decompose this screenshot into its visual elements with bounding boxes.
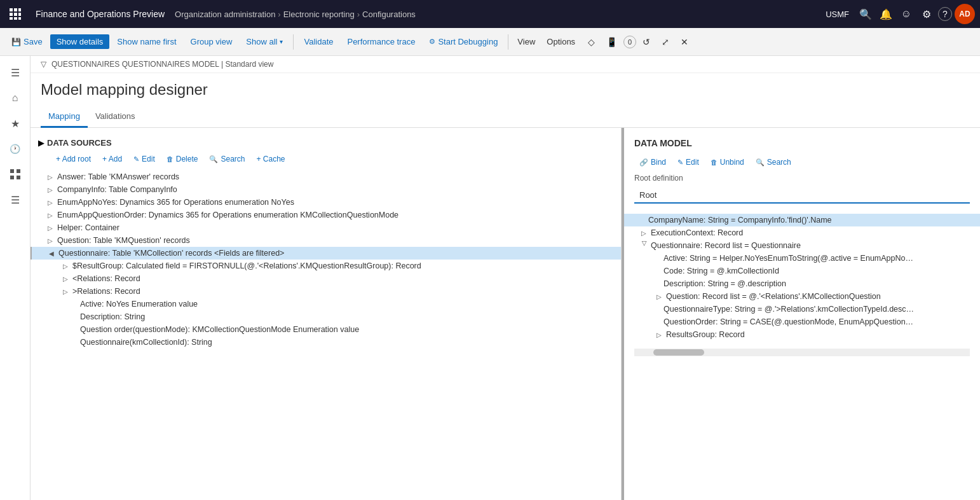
expand-icon[interactable]: ▷: [61, 274, 70, 283]
scrollbar-thumb[interactable]: [653, 349, 704, 356]
tree-item[interactable]: Questionnaire(kmCollectionId): String: [31, 336, 621, 349]
edit-button[interactable]: ✎ Edit: [128, 153, 160, 165]
expand-icon[interactable]: ◀: [47, 249, 56, 258]
expand-icon[interactable]: ▷: [46, 223, 55, 232]
expand-icon[interactable]: ▷: [639, 228, 648, 237]
feedback-icon[interactable]: ☺: [897, 5, 915, 23]
options-button[interactable]: Options: [541, 34, 580, 49]
model-tree-item[interactable]: CompanyName: String = CompanyInfo.'find(…: [624, 214, 980, 226]
show-all-button[interactable]: Show all ▾: [240, 34, 289, 49]
apps-button[interactable]: [5, 4, 25, 24]
breadcrumb-er[interactable]: Electronic reporting: [283, 10, 355, 19]
svg-rect-5: [18, 13, 21, 16]
model-tree-item[interactable]: Active: String = Helper.NoYesEnumToStrin…: [624, 252, 980, 265]
new-window-icon[interactable]: ⤢: [657, 34, 674, 50]
expand-icon[interactable]: ▷: [61, 261, 70, 270]
sidebar-modules[interactable]: [4, 163, 27, 186]
expand-icon[interactable]: ▷: [46, 236, 55, 245]
show-name-first-button[interactable]: Show name first: [111, 34, 182, 49]
sidebar-home[interactable]: ⌂: [4, 87, 27, 109]
tab-mapping[interactable]: Mapping: [41, 106, 88, 128]
delete-button[interactable]: 🗑 Delete: [161, 153, 203, 165]
unbind-button[interactable]: 🗑 Unbind: [705, 156, 749, 169]
model-tree-item[interactable]: Code: String = @.kmCollectionId: [624, 265, 980, 277]
user-avatar[interactable]: AD: [955, 4, 975, 24]
view-button[interactable]: View: [512, 34, 540, 49]
help-icon[interactable]: ?: [938, 7, 952, 21]
tree-item[interactable]: ▷ $ResultGroup: Calculated field = FIRST…: [31, 260, 621, 272]
tree-item[interactable]: ▷ >Relations: Record: [31, 285, 621, 298]
svg-rect-3: [10, 13, 13, 16]
tree-item[interactable]: ▷ Helper: Container: [31, 221, 621, 234]
model-tree-item[interactable]: QuestionOrder: String = CASE(@.questionM…: [624, 316, 980, 328]
expand-icon[interactable]: ▷: [639, 241, 648, 250]
top-nav: Finance and Operations Preview Organizat…: [0, 0, 980, 28]
tree-item[interactable]: ▷ EnumAppQuestionOrder: Dynamics 365 for…: [31, 209, 621, 221]
data-model-tree: CompanyName: String = CompanyInfo.'find(…: [624, 211, 980, 344]
breadcrumb-conf[interactable]: Configurations: [362, 10, 416, 19]
validate-button[interactable]: Validate: [297, 34, 339, 49]
search-model-icon: 🔍: [756, 158, 765, 167]
add-button[interactable]: + Add: [97, 153, 127, 165]
tree-item[interactable]: ▷ Question: Table 'KMQuestion' records: [31, 234, 621, 247]
model-tree-item[interactable]: ▷ Questionnaire: Record list = Questionn…: [624, 239, 980, 252]
tree-item[interactable]: ▷ EnumAppNoYes: Dynamics 365 for Operati…: [31, 196, 621, 209]
tree-item[interactable]: Question order(questionMode): KMCollecti…: [31, 323, 621, 336]
root-definition-input[interactable]: [634, 188, 970, 204]
bind-button[interactable]: 🔗 Bind: [634, 156, 671, 169]
expand-icon[interactable]: ▷: [46, 211, 55, 219]
start-debugging-button[interactable]: ⚙ Start Debugging: [423, 34, 504, 49]
sidebar-hamburger[interactable]: ☰: [4, 61, 27, 84]
tree-item[interactable]: ▷ Answer: Table 'KMAnswer' records: [31, 170, 621, 183]
tab-validations[interactable]: Validations: [88, 106, 143, 128]
performance-trace-button[interactable]: Performance trace: [341, 34, 421, 49]
tree-item[interactable]: Description: String: [31, 310, 621, 323]
model-tree-item[interactable]: QuestionnaireType: String = @.'>Relation…: [624, 303, 980, 316]
bell-icon[interactable]: 🔔: [877, 5, 895, 23]
add-root-button[interactable]: + Add root: [51, 153, 96, 165]
data-model-actions: 🔗 Bind ✎ Edit 🗑 Unbind 🔍 Search: [624, 153, 980, 171]
refresh-icon[interactable]: ↺: [637, 34, 655, 50]
expand-icon[interactable]: ▷: [46, 198, 55, 207]
sidebar-recent[interactable]: 🕐: [4, 137, 27, 160]
edit-model-button[interactable]: ✎ Edit: [672, 156, 704, 169]
model-tree-item[interactable]: Description: String = @.description: [624, 277, 980, 290]
sidebar-list[interactable]: ☰: [4, 188, 27, 211]
diamond-icon[interactable]: ◇: [583, 34, 600, 50]
show-details-button[interactable]: Show details: [50, 34, 110, 49]
svg-rect-10: [17, 169, 20, 173]
breadcrumb-bar: ▽ QUESTIONNAIRES QUESTIONNAIRES MODEL | …: [31, 56, 980, 73]
group-view-button[interactable]: Group view: [184, 34, 239, 49]
search-nav-icon[interactable]: 🔍: [857, 5, 875, 23]
expand-icon[interactable]: ▷: [46, 185, 55, 194]
svg-rect-6: [10, 17, 13, 20]
cache-button[interactable]: + Cache: [251, 153, 290, 165]
tree-item[interactable]: Active: NoYes Enumeration value: [31, 298, 621, 310]
tree-item[interactable]: ▷ <Relations: Record: [31, 272, 621, 285]
settings-icon[interactable]: ⚙: [918, 5, 936, 23]
model-tree-item[interactable]: ▷ ResultsGroup: Record: [624, 328, 980, 341]
model-tree-item[interactable]: ▷ Question: Record list = @.'<Relations'…: [624, 290, 980, 303]
mobile-icon[interactable]: 📱: [601, 34, 622, 50]
svg-rect-8: [18, 17, 21, 20]
search-sources-button[interactable]: 🔍 Search: [204, 153, 250, 165]
data-sources-header: ▶ DATA SOURCES: [31, 135, 621, 150]
breadcrumb-org[interactable]: Organization administration: [175, 10, 275, 19]
model-tree-item[interactable]: ▷ ExecutionContext: Record: [624, 226, 980, 239]
expand-icon[interactable]: ▷: [61, 287, 70, 296]
horizontal-scrollbar[interactable]: [634, 349, 970, 356]
tree-item[interactable]: ▷ CompanyInfo: Table CompanyInfo: [31, 183, 621, 196]
save-icon: 💾: [11, 38, 21, 46]
tree-item-questionnaire[interactable]: ◀ Questionnaire: Table 'KMCollection' re…: [31, 247, 621, 260]
sidebar-favorites[interactable]: ★: [4, 112, 27, 135]
expand-icon[interactable]: ▷: [46, 172, 55, 181]
expand-sources-icon[interactable]: ▶: [38, 138, 44, 148]
badge-icon[interactable]: 0: [623, 36, 636, 48]
save-button[interactable]: 💾 Save: [5, 34, 49, 49]
expand-icon[interactable]: ▷: [655, 292, 664, 301]
unbind-icon: 🗑: [711, 158, 718, 166]
search-model-button[interactable]: 🔍 Search: [751, 156, 796, 169]
filter-icon[interactable]: ▽: [41, 60, 46, 69]
close-icon[interactable]: ✕: [676, 34, 693, 50]
expand-icon[interactable]: ▷: [655, 330, 664, 339]
